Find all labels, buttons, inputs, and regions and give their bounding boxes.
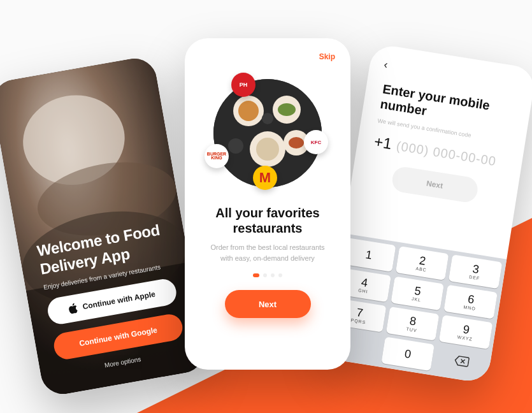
google-button-label: Continue with Google	[78, 326, 158, 348]
keypad-key-5[interactable]: 5JKL	[391, 277, 444, 311]
keypad-delete[interactable]	[435, 345, 488, 380]
keypad-key-9[interactable]: 9WXYZ	[439, 315, 492, 349]
backspace-icon	[452, 354, 470, 370]
keypad-key-8[interactable]: 8TUV	[385, 307, 439, 341]
restaurant-hero: PH BURGER KING M KFC	[213, 79, 322, 187]
page-dot	[263, 273, 267, 277]
keypad-key-2[interactable]: 2ABC	[395, 246, 449, 280]
svg-point-15	[262, 113, 273, 124]
phone-placeholder: (000) 000-00-00	[396, 139, 498, 170]
chevron-left-icon: ‹	[383, 58, 389, 71]
pizza-hut-badge-icon: PH	[231, 73, 255, 97]
burger-king-badge-icon: BURGER KING	[205, 144, 229, 168]
svg-point-11	[256, 138, 279, 161]
next-button[interactable]: Next	[225, 290, 311, 318]
page-dot	[271, 273, 275, 277]
apple-button-label: Continue with Apple	[82, 289, 156, 311]
numeric-keypad: 1 2ABC 3DEF 4GHI 5JKL 6MNO 7PQRS 8TUV 9W…	[323, 233, 507, 384]
onboarding-screen: Skip PH BURGER KING M KFC All your	[185, 38, 350, 370]
page-dot	[278, 273, 282, 277]
back-button[interactable]: ‹	[383, 58, 389, 72]
skip-button[interactable]: Skip	[319, 52, 335, 61]
onboarding-title: All your favorites restaurants	[200, 205, 335, 236]
page-dot	[253, 273, 259, 277]
welcome-screen: Welcome to Food Delivery App Enjoy deliv…	[0, 55, 208, 398]
keypad-key-3[interactable]: 3DEF	[449, 254, 502, 289]
kfc-badge-icon: KFC	[304, 130, 328, 154]
page-indicator	[253, 273, 282, 277]
onboarding-description: Order from the best local restaurants wi…	[207, 242, 328, 263]
svg-point-14	[228, 138, 243, 154]
apple-icon	[68, 303, 79, 314]
keypad-key-6[interactable]: 6MNO	[444, 285, 498, 319]
country-code: +1	[373, 133, 392, 153]
keypad-key-0[interactable]: 0	[381, 337, 435, 371]
svg-point-7	[238, 101, 259, 121]
mcdonalds-badge-icon: M	[253, 166, 277, 190]
svg-point-9	[278, 103, 296, 116]
svg-point-13	[289, 137, 304, 149]
next-button-disabled[interactable]: Next	[390, 165, 479, 204]
